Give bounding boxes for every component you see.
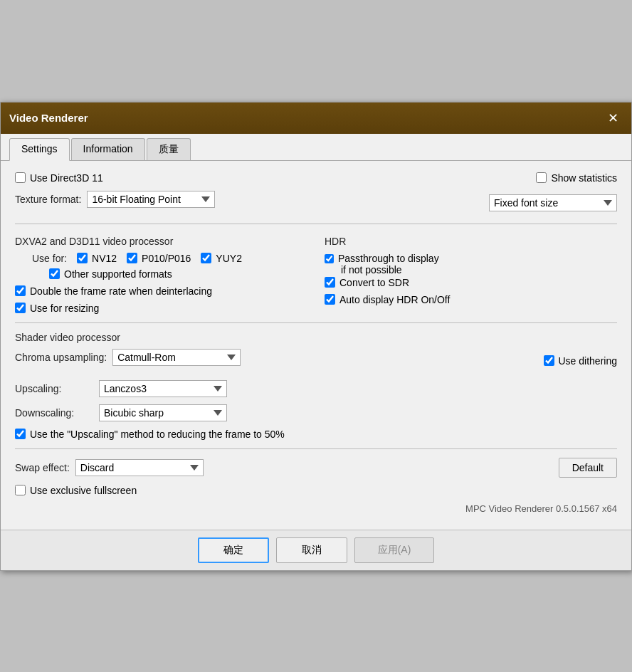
divider-1 bbox=[15, 224, 617, 224]
other-formats-checkbox[interactable] bbox=[49, 268, 60, 279]
use-for-resizing-row: Use for resizing bbox=[15, 303, 307, 314]
tab-bar: Settings Information 质量 bbox=[1, 134, 631, 161]
auto-display-label[interactable]: Auto display HDR On/Off bbox=[325, 294, 617, 305]
passthrough-checkbox[interactable] bbox=[325, 254, 334, 263]
yuy2-label[interactable]: YUY2 bbox=[201, 253, 242, 264]
use-direct3d-checkbox[interactable] bbox=[15, 172, 26, 183]
double-frame-label[interactable]: Double the frame rate when deinterlacing bbox=[15, 285, 307, 297]
use-for-row: Use for: NV12 P010/P016 YUY2 bbox=[15, 253, 307, 264]
nv12-label[interactable]: NV12 bbox=[77, 253, 117, 264]
auto-display-checkbox[interactable] bbox=[325, 294, 335, 305]
downscaling-label: Downscaling: bbox=[15, 407, 93, 419]
close-button[interactable]: ✕ bbox=[603, 108, 623, 128]
use-dithering-label[interactable]: Use dithering bbox=[544, 355, 618, 367]
auto-display-row: Auto display HDR On/Off bbox=[325, 294, 617, 305]
convert-sdr-label[interactable]: Convert to SDR bbox=[325, 277, 617, 288]
downscaling-select[interactable]: Bicubic sharp Bilinear Nearest bbox=[99, 404, 227, 421]
main-window: Video Renderer ✕ Settings Information 质量… bbox=[0, 102, 632, 571]
upscaling-method-label[interactable]: Use the "Upscaling" method to reducing t… bbox=[15, 429, 617, 440]
double-frame-row: Double the frame rate when deinterlacing bbox=[15, 285, 307, 297]
p010-checkbox[interactable] bbox=[127, 253, 137, 263]
texture-format-select[interactable]: 16-bit Floating Point 32-bit Floating Po… bbox=[87, 191, 215, 208]
show-statistics-checkbox[interactable] bbox=[536, 172, 547, 183]
yuy2-checkbox[interactable] bbox=[201, 253, 211, 263]
exclusive-fullscreen-checkbox[interactable] bbox=[15, 485, 26, 495]
default-button[interactable]: Default bbox=[559, 458, 617, 478]
show-statistics-label[interactable]: Show statistics bbox=[536, 172, 617, 184]
window-title: Video Renderer bbox=[9, 112, 88, 124]
dxva-hdr-section: DXVA2 and D3D11 video processor Use for:… bbox=[15, 233, 617, 314]
bottom-bar: 确定 取消 应用(A) bbox=[1, 530, 631, 570]
divider-3 bbox=[15, 448, 617, 449]
title-bar: Video Renderer ✕ bbox=[1, 103, 631, 134]
row-direct3d-stats: Use Direct3D 11 Show statistics bbox=[15, 172, 617, 184]
tab-settings[interactable]: Settings bbox=[9, 138, 70, 161]
passthrough-row: Passthrough to display if not possible bbox=[325, 253, 617, 275]
convert-sdr-checkbox[interactable] bbox=[325, 277, 335, 288]
chroma-row: Chroma upsampling: Catmull-Rom Bilinear … bbox=[15, 349, 617, 373]
other-formats-row: Other supported formats bbox=[15, 268, 307, 280]
dxva-section: DXVA2 and D3D11 video processor Use for:… bbox=[15, 233, 307, 314]
chroma-select[interactable]: Catmull-Rom Bilinear Nearest bbox=[112, 349, 241, 366]
hdr-section-header: HDR bbox=[325, 236, 617, 247]
convert-sdr-row: Convert to SDR bbox=[325, 277, 617, 288]
texture-format-label: Texture format: bbox=[15, 194, 81, 205]
chroma-form-row: Chroma upsampling: Catmull-Rom Bilinear … bbox=[15, 349, 241, 366]
passthrough-text: Passthrough to display if not possible bbox=[338, 253, 439, 275]
tab-information[interactable]: Information bbox=[71, 138, 145, 160]
double-frame-checkbox[interactable] bbox=[15, 285, 26, 296]
swap-effect-select[interactable]: Discard Flip bbox=[75, 459, 204, 476]
font-size-select[interactable]: Fixed font size Auto font size bbox=[489, 194, 617, 211]
upscaling-select[interactable]: Lanczos3 Bilinear Nearest bbox=[99, 380, 227, 397]
bottom-buttons: 确定 取消 应用(A) bbox=[15, 537, 617, 563]
texture-format-row: Texture format: 16-bit Floating Point 32… bbox=[15, 191, 215, 208]
exclusive-fullscreen-label[interactable]: Use exclusive fullscreen bbox=[15, 485, 617, 496]
dxva-section-header: DXVA2 and D3D11 video processor bbox=[15, 236, 307, 247]
upscaling-method-checkbox[interactable] bbox=[15, 429, 26, 439]
use-dithering-checkbox[interactable] bbox=[544, 355, 554, 366]
upscaling-row: Upscaling: Lanczos3 Bilinear Nearest bbox=[15, 380, 617, 397]
downscaling-row: Downscaling: Bicubic sharp Bilinear Near… bbox=[15, 404, 617, 421]
hdr-section: HDR Passthrough to display if not possib… bbox=[322, 233, 617, 314]
version-text: MPC Video Renderer 0.5.0.1567 x64 bbox=[15, 503, 617, 514]
use-for-label: Use for: bbox=[32, 253, 67, 264]
use-direct3d-label[interactable]: Use Direct3D 11 bbox=[15, 172, 103, 184]
nv12-checkbox[interactable] bbox=[77, 253, 88, 263]
settings-content: Use Direct3D 11 Show statistics Texture … bbox=[1, 161, 631, 530]
exclusive-fullscreen-row: Use exclusive fullscreen bbox=[15, 485, 617, 496]
swap-effect-label: Swap effect: bbox=[15, 462, 70, 473]
default-btn-wrapper: Default bbox=[559, 458, 617, 478]
font-size-row: Fixed font size Auto font size bbox=[489, 194, 617, 211]
row-texture-font: Texture format: 16-bit Floating Point 32… bbox=[15, 191, 617, 215]
other-formats-label[interactable]: Other supported formats bbox=[49, 268, 307, 280]
p010-label[interactable]: P010/P016 bbox=[127, 253, 191, 264]
upscaling-label: Upscaling: bbox=[15, 383, 93, 394]
use-for-resizing-label[interactable]: Use for resizing bbox=[15, 303, 307, 314]
upscaling-method-row: Use the "Upscaling" method to reducing t… bbox=[15, 429, 617, 440]
shader-section-header: Shader video processor bbox=[15, 332, 617, 343]
apply-button[interactable]: 应用(A) bbox=[354, 537, 435, 563]
ok-button[interactable]: 确定 bbox=[198, 537, 269, 563]
use-for-resizing-checkbox[interactable] bbox=[15, 303, 26, 313]
cancel-button[interactable]: 取消 bbox=[276, 537, 347, 563]
tab-quality[interactable]: 质量 bbox=[147, 138, 191, 160]
divider-2 bbox=[15, 322, 617, 323]
chroma-label: Chroma upsampling: bbox=[15, 352, 107, 363]
swap-effect-row: Swap effect: Discard Flip Default bbox=[15, 458, 617, 478]
